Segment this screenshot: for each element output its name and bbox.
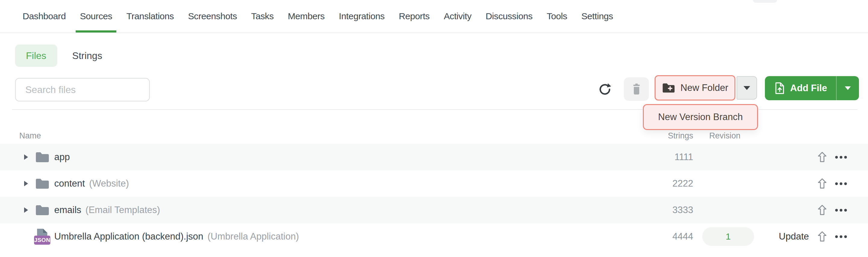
file-note: (Umbrella Application): [208, 231, 299, 242]
revision-cell[interactable]: 1: [702, 223, 754, 250]
nav-item-integrations[interactable]: Integrations: [339, 0, 384, 33]
nav-item-screenshots[interactable]: Screenshots: [188, 0, 237, 33]
nav-item-settings[interactable]: Settings: [581, 0, 613, 33]
table-row-folder-content[interactable]: content (Website) 2222: [0, 170, 868, 197]
nav-item-reports[interactable]: Reports: [399, 0, 430, 33]
project-nav: Dashboard Sources Translations Screensho…: [0, 0, 868, 33]
folder-name: app: [54, 152, 70, 162]
file-name-cell[interactable]: Umbrella Application (backend).json (Umb…: [54, 223, 299, 250]
file-name-cell[interactable]: content (Website): [54, 170, 129, 197]
strings-count: 4444: [627, 223, 693, 250]
new-folder-dropdown-menu: New Version Branch: [643, 104, 758, 130]
folder-icon: [34, 144, 51, 170]
search-files-input[interactable]: [15, 78, 150, 101]
files-table: app 1111 content: [0, 144, 868, 250]
new-folder-icon: [662, 82, 675, 94]
upload-button[interactable]: [815, 223, 829, 250]
table-row-file-umbrella-json[interactable]: JSON Umbrella Application (backend).json…: [0, 223, 868, 250]
folder-icon: [34, 197, 51, 223]
upload-button[interactable]: [815, 144, 829, 170]
folder-name: emails: [54, 205, 82, 216]
upload-icon: [816, 177, 828, 190]
upload-icon: [816, 230, 828, 243]
nav-item-discussions[interactable]: Discussions: [486, 0, 532, 33]
json-file-icon: JSON: [34, 223, 51, 250]
new-folder-dropdown-toggle[interactable]: [737, 76, 757, 100]
menu-item-new-version-branch[interactable]: New Version Branch: [658, 112, 743, 122]
expand-toggle[interactable]: [22, 197, 30, 223]
nav-item-dashboard[interactable]: Dashboard: [23, 0, 66, 33]
tab-files[interactable]: Files: [15, 44, 57, 67]
strings-count: 1111: [627, 144, 693, 170]
column-header-revision[interactable]: Revision: [695, 131, 755, 141]
upload-button[interactable]: [815, 197, 829, 223]
update-link[interactable]: Update: [767, 223, 821, 250]
column-header-name[interactable]: Name: [19, 131, 41, 141]
folder-icon: [34, 170, 51, 197]
add-file-split-button: Add File: [765, 76, 859, 100]
revision-badge[interactable]: 1: [702, 227, 754, 246]
file-name-cell[interactable]: app: [54, 144, 70, 170]
table-row-folder-emails[interactable]: emails (Email Templates) 3333: [0, 197, 868, 223]
sources-files-page: Dashboard Sources Translations Screensho…: [0, 0, 868, 257]
upload-icon: [816, 151, 828, 163]
new-folder-label: New Folder: [681, 82, 728, 93]
sources-tabs: Files Strings: [15, 44, 102, 67]
strings-count: 3333: [627, 197, 693, 223]
file-name: Umbrella Application (backend).json: [54, 231, 204, 242]
chevron-right-icon: [24, 154, 28, 160]
more-actions-button[interactable]: [832, 223, 849, 250]
nav-item-tasks[interactable]: Tasks: [251, 0, 274, 33]
file-type-badge: JSON: [34, 235, 50, 245]
chevron-down-icon: [845, 86, 851, 90]
nav-item-tools[interactable]: Tools: [547, 0, 567, 33]
upload-icon: [816, 204, 828, 216]
expand-toggle[interactable]: [22, 170, 30, 197]
folder-note: (Website): [89, 178, 129, 189]
chevron-right-icon: [24, 207, 28, 213]
table-row-folder-app[interactable]: app 1111: [0, 144, 868, 170]
tab-strings[interactable]: Strings: [72, 50, 102, 62]
strings-count: 2222: [627, 170, 693, 197]
refresh-icon: [598, 82, 612, 96]
delete-button[interactable]: [624, 77, 649, 101]
folder-note: (Email Templates): [86, 205, 160, 216]
new-folder-button[interactable]: New Folder: [655, 75, 735, 101]
expand-toggle[interactable]: [22, 144, 30, 170]
more-actions-button[interactable]: [832, 170, 849, 197]
folder-name: content: [54, 178, 85, 189]
trash-icon: [630, 82, 643, 96]
more-actions-button[interactable]: [832, 144, 849, 170]
add-file-dropdown-toggle[interactable]: [837, 76, 859, 100]
add-file-button[interactable]: Add File: [765, 76, 836, 100]
chevron-down-icon: [744, 86, 750, 90]
upload-button[interactable]: [815, 170, 829, 197]
add-file-label: Add File: [790, 83, 827, 94]
add-file-icon: [774, 82, 785, 95]
nav-item-translations[interactable]: Translations: [126, 0, 174, 33]
chevron-right-icon: [24, 181, 28, 186]
more-actions-button[interactable]: [832, 197, 849, 223]
column-header-strings[interactable]: Strings: [627, 131, 693, 141]
refresh-button[interactable]: [597, 82, 613, 97]
file-name-cell[interactable]: emails (Email Templates): [54, 197, 160, 223]
nav-item-activity[interactable]: Activity: [444, 0, 471, 33]
nav-item-members[interactable]: Members: [288, 0, 324, 33]
nav-item-sources[interactable]: Sources: [80, 0, 112, 33]
